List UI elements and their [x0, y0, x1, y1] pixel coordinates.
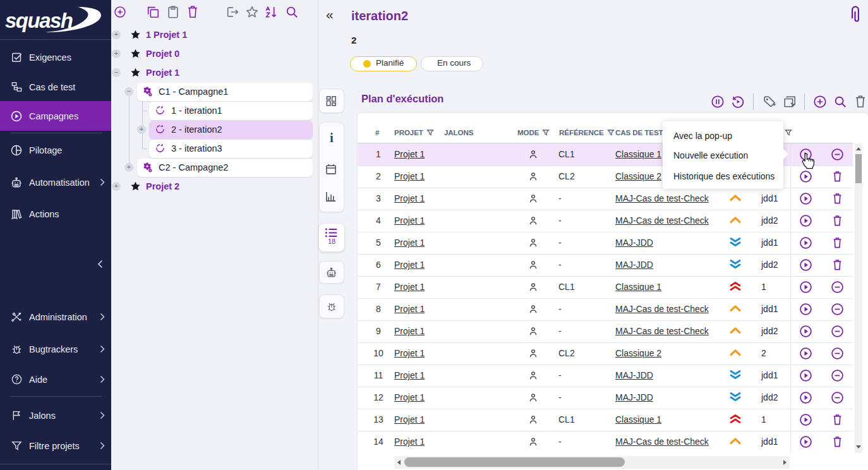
svg-text:squash: squash — [5, 9, 73, 32]
